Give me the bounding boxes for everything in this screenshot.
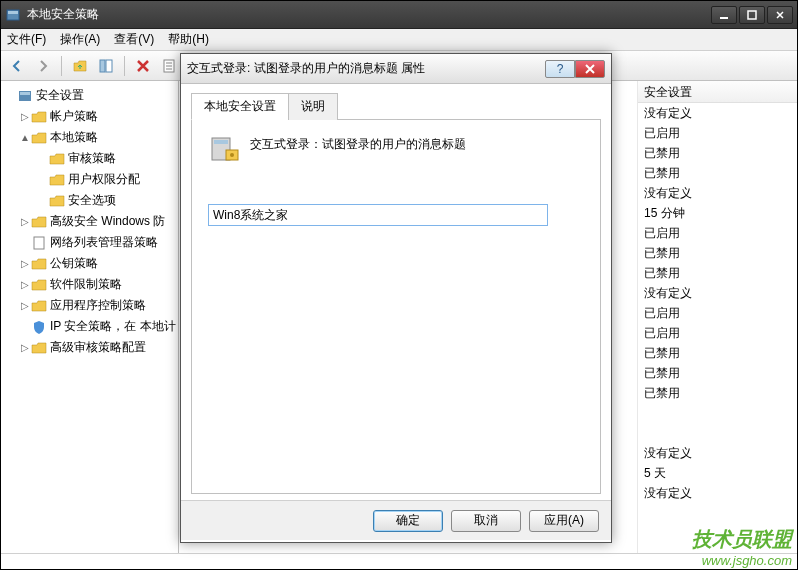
tree-root[interactable]: 安全设置 [1,85,178,106]
tree-software-restriction[interactable]: ▷软件限制策略 [1,274,178,295]
tree-label: 高级安全 Windows 防 [50,213,165,230]
svg-rect-16 [214,140,228,144]
tree-public-key[interactable]: ▷公钥策略 [1,253,178,274]
column-header-setting[interactable]: 安全设置 [638,81,797,103]
list-cell-setting[interactable]: 已禁用 [638,343,797,363]
ok-button[interactable]: 确定 [373,510,443,532]
window-controls [711,6,793,24]
toolbar-separator [61,56,62,76]
close-button[interactable] [767,6,793,24]
window-title: 本地安全策略 [27,6,711,23]
maximize-button[interactable] [739,6,765,24]
policy-icon [208,132,240,164]
up-button[interactable] [70,56,90,76]
back-button[interactable] [7,56,27,76]
dialog-title: 交互式登录: 试图登录的用户的消息标题 属性 [187,60,545,77]
statusbar [1,553,797,569]
properties-dialog: 交互式登录: 试图登录的用户的消息标题 属性 ? 本地安全设置 说明 交互式登录… [180,53,612,543]
tree-label: 本地策略 [50,129,98,146]
menu-view[interactable]: 查看(V) [114,31,154,48]
menu-help[interactable]: 帮助(H) [168,31,209,48]
titlebar: 本地安全策略 [1,1,797,29]
svg-rect-5 [106,60,112,72]
svg-rect-3 [748,11,756,19]
tree-label: 软件限制策略 [50,276,122,293]
app-icon [5,7,21,23]
apply-button[interactable]: 应用(A) [529,510,599,532]
list-cell-setting[interactable]: 没有定义 [638,183,797,203]
dialog-body: 本地安全设置 说明 交互式登录：试图登录的用户的消息标题 [181,84,611,500]
toolbar-separator [124,56,125,76]
tree-label: 应用程序控制策略 [50,297,146,314]
tree-label: IP 安全策略，在 本地计 [50,318,176,335]
tab-content: 交互式登录：试图登录的用户的消息标题 [191,120,601,494]
policy-label: 交互式登录：试图登录的用户的消息标题 [250,132,466,153]
list-cell-setting[interactable]: 已禁用 [638,243,797,263]
tree-label: 高级审核策略配置 [50,339,146,356]
show-hide-tree-button[interactable] [96,56,116,76]
menubar: 文件(F) 操作(A) 查看(V) 帮助(H) [1,29,797,51]
list-cell-setting[interactable]: 已禁用 [638,263,797,283]
dialog-tabs: 本地安全设置 说明 [191,92,601,120]
tab-explain[interactable]: 说明 [288,93,338,120]
list-cell-setting[interactable]: 已启用 [638,123,797,143]
tree-label: 帐户策略 [50,108,98,125]
svg-rect-1 [8,11,18,14]
svg-rect-4 [100,60,105,72]
tree-user-rights[interactable]: 用户权限分配 [1,169,178,190]
tree-label: 用户权限分配 [68,171,140,188]
list-cell-setting[interactable]: 没有定义 [638,103,797,123]
forward-button[interactable] [33,56,53,76]
list-cell-setting[interactable]: 没有定义 [638,483,797,503]
tree-panel[interactable]: 安全设置 ▷帐户策略 ▲本地策略 审核策略 用户权限分配 安全选项 ▷高级安全 … [1,81,179,553]
list-cell-setting[interactable]: 已禁用 [638,143,797,163]
list-cell-setting[interactable]: 没有定义 [638,443,797,463]
minimize-button[interactable] [711,6,737,24]
tree-ipsec[interactable]: IP 安全策略，在 本地计 [1,316,178,337]
list-settings-column: 安全设置 没有定义已启用已禁用已禁用没有定义15 分钟已启用已禁用已禁用没有定义… [637,81,797,553]
menu-file[interactable]: 文件(F) [7,31,46,48]
menu-action[interactable]: 操作(A) [60,31,100,48]
dialog-titlebar: 交互式登录: 试图登录的用户的消息标题 属性 ? [181,54,611,84]
list-cell-setting[interactable]: 已禁用 [638,363,797,383]
list-cell-setting[interactable]: 已启用 [638,303,797,323]
tree-account-policy[interactable]: ▷帐户策略 [1,106,178,127]
list-cell-setting[interactable]: 没有定义 [638,283,797,303]
svg-rect-14 [34,237,44,249]
svg-rect-2 [720,17,728,19]
cancel-button[interactable]: 取消 [451,510,521,532]
list-cell-setting[interactable]: 已禁用 [638,163,797,183]
properties-button[interactable] [159,56,179,76]
tree-security-options[interactable]: 安全选项 [1,190,178,211]
policy-value-input[interactable] [208,204,548,226]
list-cell-setting[interactable]: 5 天 [638,463,797,483]
list-cell-setting[interactable]: 已禁用 [638,383,797,403]
tree-firewall[interactable]: ▷高级安全 Windows 防 [1,211,178,232]
dialog-close-button[interactable] [575,60,605,78]
dialog-footer: 确定 取消 应用(A) [181,500,611,540]
svg-point-18 [230,153,234,157]
list-cell-setting[interactable]: 已启用 [638,323,797,343]
dialog-help-button[interactable]: ? [545,60,575,78]
tree-label: 公钥策略 [50,255,98,272]
tree-app-control[interactable]: ▷应用程序控制策略 [1,295,178,316]
tree-label: 网络列表管理器策略 [50,234,158,251]
tree-label: 审核策略 [68,150,116,167]
list-cell-setting[interactable]: 已启用 [638,223,797,243]
tree-local-policy[interactable]: ▲本地策略 [1,127,178,148]
tree-label: 安全设置 [36,87,84,104]
list-cell-setting[interactable]: 15 分钟 [638,203,797,223]
tab-local-security[interactable]: 本地安全设置 [191,93,289,120]
tree-label: 安全选项 [68,192,116,209]
tree-audit-policy[interactable]: 审核策略 [1,148,178,169]
tree-adv-audit[interactable]: ▷高级审核策略配置 [1,337,178,358]
tree-network-list[interactable]: 网络列表管理器策略 [1,232,178,253]
delete-button[interactable] [133,56,153,76]
svg-rect-13 [20,92,30,95]
